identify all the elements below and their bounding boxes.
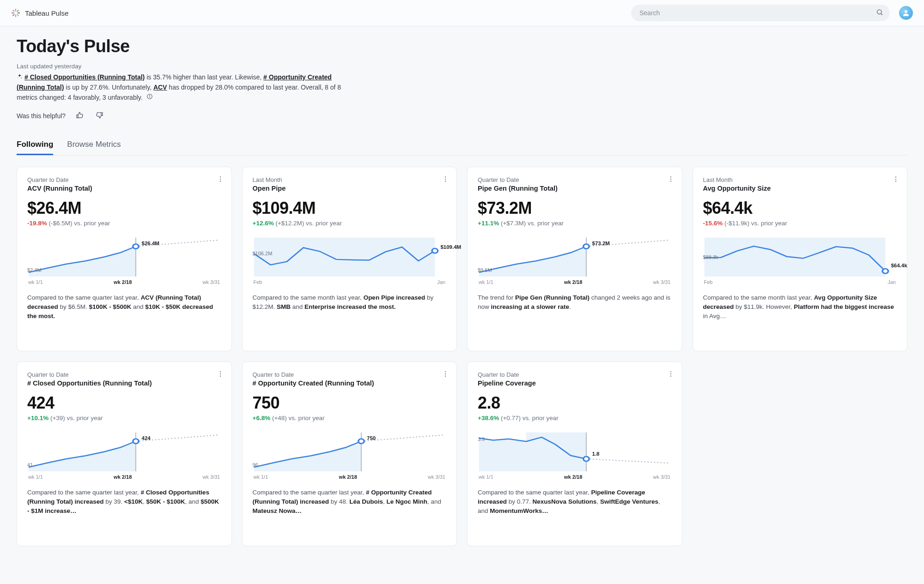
x-axis-ticks: FebJan <box>703 279 897 285</box>
thumbs-up-button[interactable] <box>74 109 85 122</box>
card-menu-button[interactable] <box>440 368 451 381</box>
metric-period: Quarter to Date <box>478 371 672 378</box>
svg-point-39 <box>219 373 220 374</box>
chart-end-label: 750 <box>367 435 376 441</box>
svg-point-50 <box>670 371 671 372</box>
svg-point-52 <box>670 376 671 377</box>
brand[interactable]: Tableau Pulse <box>11 8 68 18</box>
card-grid: Quarter to Date ACV (Running Total) $26.… <box>17 167 907 546</box>
svg-point-24 <box>445 181 446 182</box>
delta-pct: -19.8% <box>27 220 47 227</box>
search-input[interactable] <box>631 5 890 21</box>
x-tick: Feb <box>704 279 713 285</box>
metric-description: Compared to the same quarter last year, … <box>27 293 221 321</box>
x-tick: wk 2/18 <box>114 279 132 285</box>
metric-name: # Closed Opportunities (Running Total) <box>27 379 221 387</box>
sparkline-chart: 41 424 <box>27 430 221 471</box>
card-menu-button[interactable] <box>440 174 451 186</box>
metric-description: Compared to the same month last year, Op… <box>253 293 447 312</box>
svg-point-29 <box>670 181 671 182</box>
x-tick: wk 2/18 <box>339 474 357 480</box>
svg-point-51 <box>670 373 671 374</box>
metric-card[interactable]: Quarter to Date Pipeline Coverage 2.8 +3… <box>467 361 682 546</box>
metric-delta: +11.1% (+$7.3M) vs. prior year <box>478 220 672 227</box>
metric-delta: +12.6% (+$12.2M) vs. prior year <box>253 220 447 227</box>
tab-browse[interactable]: Browse Metrics <box>67 135 121 155</box>
svg-point-38 <box>219 371 220 372</box>
summary-link-closed[interactable]: # Closed Opportunities (Running Total) <box>24 73 145 81</box>
delta-pct: +10.1% <box>27 415 49 421</box>
svg-point-26 <box>432 248 438 253</box>
metric-card[interactable]: Last Month Open Pipe $109.4M +12.6% (+$1… <box>242 167 457 351</box>
chart-end-label: $26.4M <box>142 241 159 246</box>
metric-value: $26.4M <box>27 199 221 218</box>
metric-name: Open Pipe <box>253 185 447 192</box>
metric-card[interactable]: Quarter to Date # Opportunity Created (R… <box>242 361 457 546</box>
sparkle-icon <box>17 72 23 83</box>
svg-point-40 <box>219 376 220 377</box>
helpful-row: Was this helpful? <box>17 109 907 122</box>
x-tick: Jan <box>888 279 896 285</box>
metric-card[interactable]: Quarter to Date Pipe Gen (Running Total)… <box>467 167 682 351</box>
metric-description: The trend for Pipe Gen (Running Total) c… <box>478 293 672 312</box>
svg-point-23 <box>445 179 446 180</box>
last-updated: Last updated yesterday <box>17 63 907 70</box>
svg-point-56 <box>584 457 590 461</box>
card-menu-button[interactable] <box>215 174 226 186</box>
metric-card[interactable]: Quarter to Date ACV (Running Total) $26.… <box>17 167 232 351</box>
metric-period: Last Month <box>703 176 897 183</box>
svg-point-15 <box>149 95 150 96</box>
sparkline-chart: 96 750 <box>253 430 447 471</box>
svg-point-34 <box>895 179 896 180</box>
top-bar: Tableau Pulse <box>0 0 924 26</box>
chart-end-label: $73.2M <box>592 241 610 246</box>
summary-link-acv[interactable]: ACV <box>153 84 167 91</box>
delta-pct: +38.6% <box>478 415 499 421</box>
sparkline-chart: 3.9 1.8 <box>478 430 672 471</box>
svg-point-16 <box>219 176 220 177</box>
metric-description: Compared to the same quarter last year, … <box>27 488 221 516</box>
svg-line-9 <box>881 14 882 15</box>
metric-card[interactable]: Last Month Avg Opportunity Size $64.4k -… <box>693 167 908 351</box>
metric-value: $64.4k <box>703 199 897 218</box>
page-title: Today's Pulse <box>17 36 907 56</box>
avatar[interactable] <box>899 6 913 20</box>
metric-card[interactable]: Quarter to Date # Closed Opportunities (… <box>17 361 232 546</box>
delta-pct: +12.6% <box>253 220 274 227</box>
sparkline-chart: $106.2M $109.4M <box>253 235 447 277</box>
x-tick: wk 1/1 <box>28 279 43 285</box>
svg-point-27 <box>670 176 671 177</box>
card-menu-button[interactable] <box>890 174 901 186</box>
x-tick: wk 1/1 <box>479 279 493 285</box>
x-tick: wk 1/1 <box>28 474 43 480</box>
x-tick: Feb <box>254 279 262 285</box>
metric-name: ACV (Running Total) <box>27 185 221 192</box>
svg-line-5 <box>17 14 18 16</box>
metric-name: Avg Opportunity Size <box>703 185 897 192</box>
chart-end-label: 424 <box>142 435 151 441</box>
brand-name: Tableau Pulse <box>25 9 68 17</box>
card-menu-button[interactable] <box>665 368 676 381</box>
x-tick: wk 3/31 <box>653 279 671 285</box>
svg-point-10 <box>905 10 907 13</box>
chart-start-label: 41 <box>27 462 33 468</box>
svg-point-49 <box>358 439 364 444</box>
card-menu-button[interactable] <box>215 368 226 381</box>
svg-line-6 <box>13 14 14 16</box>
svg-point-28 <box>670 179 671 180</box>
svg-point-32 <box>584 244 590 249</box>
x-axis-ticks: wk 1/1wk 2/18wk 3/31 <box>478 279 672 285</box>
x-tick: wk 2/18 <box>564 474 582 480</box>
metric-value: $109.4M <box>253 199 447 218</box>
helpful-label: Was this helpful? <box>17 112 66 120</box>
metric-delta: +10.1% (+39) vs. prior year <box>27 415 221 421</box>
tab-following[interactable]: Following <box>17 135 53 155</box>
thumbs-down-button[interactable] <box>94 109 105 122</box>
card-menu-button[interactable] <box>665 174 676 186</box>
chart-start-label: 96 <box>253 462 258 468</box>
metric-value: 750 <box>253 393 447 413</box>
x-tick: wk 1/1 <box>254 474 268 480</box>
metric-delta: -19.8% (-$6.5M) vs. prior year <box>27 220 221 227</box>
info-icon[interactable] <box>146 93 153 103</box>
svg-point-11 <box>21 78 22 78</box>
